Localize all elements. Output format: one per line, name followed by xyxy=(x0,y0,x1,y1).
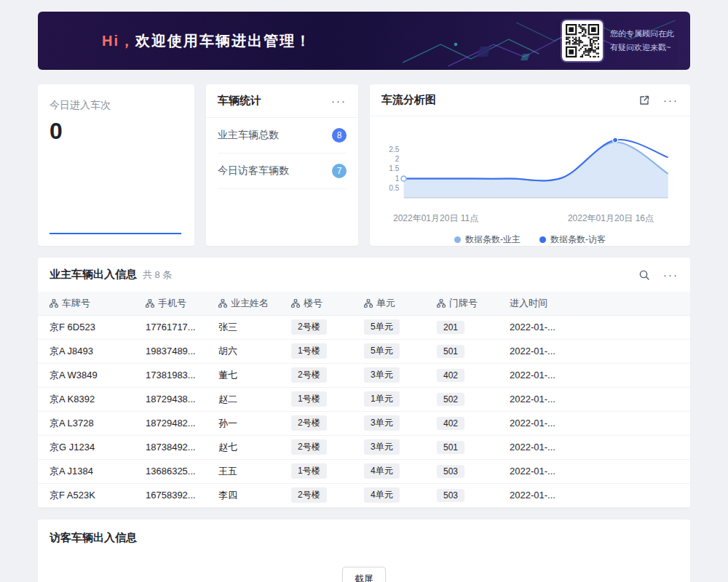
column-header[interactable]: 业主姓名 xyxy=(210,292,282,315)
legend-item[interactable]: 数据条数-访客 xyxy=(539,234,606,246)
vehicle-stats-card: 车辆统计 ··· 业主车辆总数8今日访客车辆数7 xyxy=(206,84,358,246)
cell-entry-time: 2022-01-... xyxy=(501,315,568,339)
cell-phone: 17381983... xyxy=(137,363,210,387)
door-tag: 402 xyxy=(437,417,464,430)
door-tag: 501 xyxy=(437,441,464,454)
building-tag: 2号楼 xyxy=(291,367,327,383)
more-icon[interactable]: ··· xyxy=(331,95,347,106)
search-icon[interactable] xyxy=(638,269,650,281)
column-header[interactable]: 楼号 xyxy=(282,292,355,315)
cell-unit: 5单元 xyxy=(355,315,428,339)
table-row[interactable]: 京A J849319837489...胡六1号楼5单元5012022-01-..… xyxy=(38,339,690,363)
legend-dot xyxy=(539,236,546,243)
cell-empty xyxy=(568,339,690,363)
owner-table-card: 业主车辆出入信息 共 8 条 ··· 车牌号手机号业主姓名楼号单元门牌号进入时间… xyxy=(38,258,690,508)
dashboard-page: Hi，欢迎使用车辆进出管理！ 您的专属顾问在此 有疑问欢迎来戳~ 今日进入车次 xyxy=(0,0,728,582)
table-row[interactable]: 京A J138413686325...王五1号楼4单元5032022-01-..… xyxy=(38,459,690,483)
screenshot-button[interactable]: 截屏 xyxy=(342,567,386,582)
cell-empty xyxy=(568,435,690,459)
cell-door: 501 xyxy=(428,435,501,459)
x-axis-start-label: 2022年01月20日 11点 xyxy=(393,212,478,225)
building-tag: 1号楼 xyxy=(291,391,327,407)
column-header[interactable]: 单元 xyxy=(355,292,428,315)
building-tag: 1号楼 xyxy=(291,343,327,359)
table-row[interactable]: 京A L372818729482...孙一2号楼3单元4022022-01-..… xyxy=(38,411,690,435)
column-header-label: 业主姓名 xyxy=(231,298,269,308)
unit-tag: 3单元 xyxy=(364,367,400,383)
table-row[interactable]: 京F A523K16758392...李四2号楼4单元5032022-01-..… xyxy=(38,483,690,507)
column-header[interactable]: 手机号 xyxy=(137,292,210,315)
svg-text:0.5: 0.5 xyxy=(389,184,400,192)
cell-entry-time: 2022-01-... xyxy=(501,411,568,435)
cell-entry-time: 2022-01-... xyxy=(501,435,568,459)
cell-entry-time: 2022-01-... xyxy=(501,339,568,363)
cell-entry-time: 2022-01-... xyxy=(501,363,568,387)
welcome-banner: Hi，欢迎使用车辆进出管理！ 您的专属顾问在此 有疑问欢迎来戳~ xyxy=(38,12,690,70)
field-type-icon xyxy=(50,299,58,308)
cell-phone: 19837489... xyxy=(137,339,210,363)
column-header[interactable]: 门牌号 xyxy=(428,292,501,315)
more-icon[interactable]: ··· xyxy=(663,269,678,280)
stat-row-badge: 8 xyxy=(332,128,347,143)
vehicle-stats-body: 业主车辆总数8今日访客车辆数7 xyxy=(206,118,358,189)
door-tag: 501 xyxy=(437,345,464,358)
cell-empty xyxy=(568,387,690,411)
door-tag: 402 xyxy=(437,369,464,382)
qr-caption-line2: 有疑问欢迎来戳~ xyxy=(610,41,674,55)
unit-tag: 5单元 xyxy=(364,319,400,335)
table-row[interactable]: 京A K839218729438...赵二1号楼1单元5022022-01-..… xyxy=(38,387,690,411)
cell-door: 402 xyxy=(428,363,501,387)
visitor-table-title: 访客车辆出入信息 xyxy=(50,531,678,545)
legend-item[interactable]: 数据条数-业主 xyxy=(454,234,521,246)
export-icon[interactable] xyxy=(638,95,650,106)
unit-tag: 3单元 xyxy=(364,415,400,431)
unit-tag: 4单元 xyxy=(364,487,400,503)
legend-dot xyxy=(454,236,461,243)
vehicle-stats-title: 车辆统计 xyxy=(218,94,261,108)
table-row[interactable]: 京G J123418738492...赵七2号楼3单元5012022-01-..… xyxy=(38,435,690,459)
field-type-icon xyxy=(218,299,227,308)
owner-table: 车牌号手机号业主姓名楼号单元门牌号进入时间 京F 6D52317761717..… xyxy=(38,292,690,508)
traffic-chart-body: 0.511.522.5 2022年01月20日 11点 2022年01月20日 … xyxy=(370,116,690,246)
column-header[interactable]: 车牌号 xyxy=(38,292,137,315)
table-row[interactable]: 京A W384917381983...董七2号楼3单元4022022-01-..… xyxy=(38,363,690,387)
door-tag: 201 xyxy=(437,321,464,334)
cell-plate: 京A J1384 xyxy=(38,459,137,483)
qr-code xyxy=(562,20,603,61)
column-header-empty xyxy=(568,292,690,315)
traffic-chart-card: 车流分析图 ··· 0.511.522.5 2022年01月20日 11点 20… xyxy=(370,84,690,246)
cell-phone: 17761717... xyxy=(137,315,210,339)
cell-building: 2号楼 xyxy=(282,483,355,507)
owner-table-title: 业主车辆出入信息 xyxy=(50,268,137,282)
cell-entry-time: 2022-01-... xyxy=(501,483,568,507)
cell-owner-name: 张三 xyxy=(210,315,282,339)
column-header-label: 车牌号 xyxy=(62,298,90,308)
cell-empty xyxy=(568,363,690,387)
cell-building: 1号楼 xyxy=(282,339,355,363)
today-entries-card: 今日进入车次 0 xyxy=(38,84,194,246)
cell-owner-name: 胡六 xyxy=(210,339,282,363)
table-header-row: 车牌号手机号业主姓名楼号单元门牌号进入时间 xyxy=(38,292,690,315)
cell-plate: 京A J8493 xyxy=(38,339,137,363)
more-icon[interactable]: ··· xyxy=(663,95,678,105)
cell-door: 503 xyxy=(428,483,501,507)
svg-text:2.5: 2.5 xyxy=(389,146,400,154)
field-type-icon xyxy=(291,299,300,308)
cell-plate: 京G J1234 xyxy=(38,435,137,459)
column-header[interactable]: 进入时间 xyxy=(501,292,568,315)
stat-row-label: 今日访客车辆数 xyxy=(218,164,289,178)
cell-building: 2号楼 xyxy=(282,435,355,459)
chart-legend: 数据条数-业主数据条数-访客 xyxy=(381,234,678,246)
stat-row: 今日访客车辆数7 xyxy=(218,154,347,189)
cell-owner-name: 李四 xyxy=(210,483,282,507)
owner-table-header: 业主车辆出入信息 共 8 条 ··· xyxy=(38,258,690,292)
stat-row-badge: 7 xyxy=(332,164,347,178)
cell-owner-name: 赵七 xyxy=(210,435,282,459)
cell-door: 503 xyxy=(428,459,501,483)
stat-row: 业主车辆总数8 xyxy=(218,118,347,154)
svg-text:2: 2 xyxy=(395,155,400,163)
building-tag: 2号楼 xyxy=(291,487,327,503)
table-row[interactable]: 京F 6D52317761717...张三2号楼5单元2012022-01-..… xyxy=(38,315,690,339)
svg-text:1: 1 xyxy=(395,175,400,183)
banner-greeting: Hi， xyxy=(102,33,135,49)
